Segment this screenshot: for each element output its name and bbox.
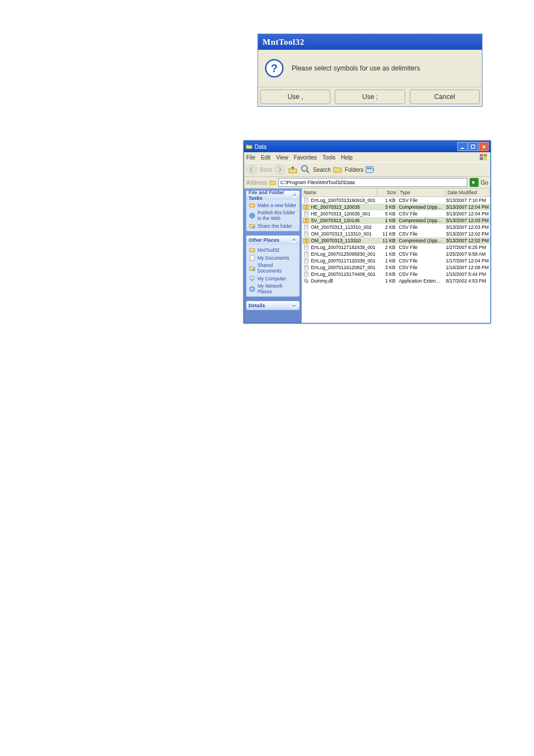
svg-point-13 (252, 226, 255, 229)
file-type: CSV File (397, 258, 444, 264)
col-date[interactable]: Date Modified (446, 189, 490, 196)
file-row[interactable]: SV_20070313_1201461 KBCompressed (zippe.… (302, 217, 490, 224)
cancel-button[interactable]: Cancel (410, 90, 480, 104)
menu-favorites[interactable]: Favorites (294, 154, 317, 161)
task-label: Share this folder (257, 223, 292, 229)
place-item[interactable]: My Documents (249, 255, 297, 261)
use-semicolon-button[interactable]: Use ; (335, 90, 405, 104)
menu-tools[interactable]: Tools (322, 154, 335, 161)
file-name: ErrLog_20070117120339_001 (311, 258, 375, 264)
file-row[interactable]: HE_20070313_120035_0015 KBCSV File3/13/2… (302, 210, 490, 217)
search-label[interactable]: Search (313, 167, 331, 173)
file-type: CSV File (397, 271, 444, 277)
file-date: 1/16/2007 12:08 PM (444, 265, 490, 270)
address-bar: Address Go (244, 177, 490, 189)
views-icon[interactable] (365, 165, 375, 175)
file-row[interactable]: ErrLog_20070313190918_0011 KBCSV File3/1… (302, 197, 490, 204)
file-name: HE_20070313_120035_001 (311, 211, 370, 217)
window-title: Data (255, 144, 266, 150)
go-button[interactable] (470, 178, 479, 187)
menu-edit[interactable]: Edit (261, 154, 270, 161)
dialog-message: Please select symbols for use as delimit… (292, 64, 420, 72)
back-label: Back (260, 167, 272, 173)
chevron-up-icon[interactable] (291, 237, 297, 243)
file-row[interactable]: OM_20070313_11331011 KBCompressed (zippe… (302, 237, 490, 244)
folders-icon[interactable] (332, 165, 343, 175)
panel-header[interactable]: File and Folder Tasks (246, 191, 299, 200)
minimize-button[interactable] (457, 142, 467, 151)
address-input[interactable] (278, 178, 467, 187)
place-item[interactable]: Shared Documents (249, 262, 297, 274)
search-icon[interactable] (301, 165, 311, 175)
chevron-down-icon[interactable] (291, 302, 297, 309)
file-date: 3/13/2007 12:02 PM (444, 231, 490, 237)
col-size[interactable]: Size (377, 189, 398, 196)
file-date: 3/13/2007 7:10 PM (444, 198, 490, 203)
file-row[interactable]: ErrLog_20070117120339_0011 KBCSV File1/1… (302, 257, 490, 264)
file-size: 1 KB (377, 258, 397, 264)
file-type: CSV File (397, 245, 444, 250)
file-row[interactable]: OM_20070313_113310_00111 KBCSV File3/13/… (302, 231, 490, 237)
file-row[interactable]: Dummy.dll1 KBApplication Extension8/17/2… (302, 278, 490, 284)
file-size: 5 KB (377, 211, 397, 217)
close-button[interactable] (479, 142, 489, 151)
folder-icon (269, 179, 276, 186)
task-item[interactable]: Share this folder (249, 223, 297, 229)
place-item[interactable]: MntTool32 (249, 247, 297, 253)
file-row[interactable]: OM_20070313_113310_0022 KBCSV File3/13/2… (302, 224, 490, 231)
task-item[interactable]: Publish this folder to the Web (249, 210, 297, 221)
file-size: 3 KB (377, 265, 397, 270)
menu-view[interactable]: View (276, 154, 288, 161)
use-comma-button[interactable]: Use , (260, 90, 330, 104)
file-row[interactable]: HE_20070313_1200353 KBCompressed (zippe.… (302, 204, 490, 210)
menu-bar: File Edit View Favorites Tools Help (244, 152, 490, 162)
panel-header[interactable]: Other Places (246, 236, 299, 245)
svg-rect-2 (460, 148, 463, 149)
file-size: 1 KB (377, 198, 397, 203)
task-item[interactable]: Make a new folder (249, 202, 297, 208)
maximize-button[interactable] (468, 142, 478, 151)
col-type[interactable]: Type (398, 189, 446, 196)
file-size: 2 KB (377, 224, 397, 230)
menu-help[interactable]: Help (341, 154, 353, 161)
svg-rect-4 (480, 154, 483, 157)
file-type: CSV File (397, 211, 444, 217)
file-size: 1 KB (377, 251, 397, 257)
file-type: Compressed (zippe... (397, 238, 444, 243)
explorer-titlebar[interactable]: Data (244, 141, 490, 152)
file-name: OM_20070313_113310_001 (311, 231, 371, 237)
file-size: 1 KB (377, 278, 397, 284)
file-row[interactable]: ErrLog_20070116120827_0013 KBCSV File1/1… (302, 264, 490, 271)
place-item[interactable]: My Computer (249, 275, 297, 281)
svg-point-15 (252, 268, 255, 271)
file-size: 1 KB (377, 218, 397, 223)
back-button[interactable] (246, 164, 257, 175)
task-label: Publish this folder to the Web (257, 210, 297, 221)
place-item[interactable]: My Network Places (249, 283, 297, 294)
forward-button[interactable] (274, 164, 285, 175)
up-button[interactable] (287, 163, 299, 176)
file-name: OM_20070313_113310 (311, 238, 360, 243)
file-date: 3/13/2007 12:04 PM (444, 211, 490, 217)
menu-file[interactable]: File (246, 154, 255, 161)
file-folder-tasks-panel: File and Folder Tasks Make a new folderP… (246, 191, 299, 231)
panel-title: Other Places (249, 237, 279, 243)
svg-rect-3 (471, 144, 474, 148)
folders-label[interactable]: Folders (345, 167, 363, 173)
svg-point-35 (306, 281, 308, 283)
file-date: 1/27/2007 6:25 PM (444, 245, 490, 250)
file-name: ErrLog_20070125095830_001 (311, 251, 375, 257)
file-row[interactable]: ErrLog_20070115174408_0013 KBCSV File1/1… (302, 271, 490, 278)
svg-rect-9 (366, 167, 373, 173)
panel-header[interactable]: Details (246, 301, 299, 310)
svg-rect-7 (484, 157, 487, 160)
file-date: 1/17/2007 12:04 PM (444, 258, 490, 264)
dialog-titlebar[interactable]: MntTool32 (258, 34, 482, 50)
chevron-up-icon[interactable] (292, 192, 297, 199)
file-row[interactable]: ErrLog_20070127182439_0012 KBCSV File1/2… (302, 244, 490, 251)
col-name[interactable]: Name (302, 189, 377, 196)
svg-point-12 (250, 213, 255, 218)
file-row[interactable]: ErrLog_20070125095830_0011 KBCSV File1/2… (302, 251, 490, 257)
file-size: 3 KB (377, 271, 397, 277)
windows-logo-icon (478, 152, 489, 162)
